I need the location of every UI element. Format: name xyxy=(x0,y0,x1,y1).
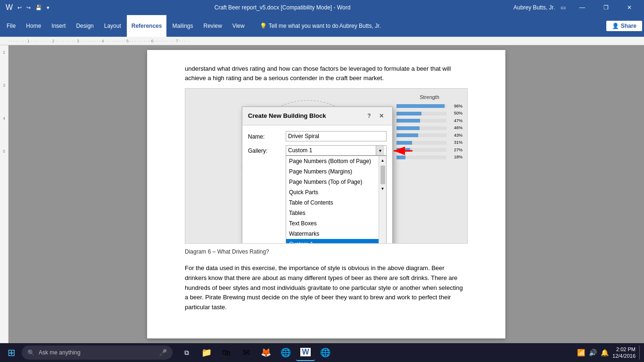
scroll-thumb[interactable] xyxy=(380,165,385,184)
dropdown-item-5[interactable]: Tables xyxy=(286,208,379,218)
firefox-button[interactable]: 🦊 xyxy=(256,344,275,361)
gallery-select[interactable]: Custom 1 ▾ xyxy=(286,145,387,156)
tab-insert[interactable]: Insert xyxy=(47,15,70,37)
strength-row-3: 47% xyxy=(396,118,462,124)
tab-references[interactable]: References xyxy=(127,15,167,37)
scrollbar-track: ▲ ▼ xyxy=(379,156,386,244)
dropdown-item-6[interactable]: Text Boxes xyxy=(286,218,379,229)
taskbar: ⊞ 🔍 Ask me anything 🎤 ⧉ 📁 🛍 ✉ 🦊 🌐 W 🌐 xyxy=(0,343,644,362)
gallery-value: Custom 1 xyxy=(288,146,312,155)
close-button[interactable]: ✕ xyxy=(619,0,640,15)
autosave-button[interactable]: 💾 xyxy=(33,4,44,12)
restore-down-icon[interactable]: ▭ xyxy=(561,4,566,11)
chrome-icon: 🌐 xyxy=(281,347,291,358)
dialog-help-button[interactable]: ? xyxy=(364,111,374,121)
dropdown-item-7[interactable]: Watermarks xyxy=(286,229,379,239)
show-desktop-button[interactable] xyxy=(639,346,642,360)
mail-button[interactable]: ✉ xyxy=(237,344,256,361)
scroll-up-arrow[interactable]: ▲ xyxy=(380,157,386,165)
diagram-caption: Diagram 6 – What Drives Rating? xyxy=(185,247,468,256)
name-label: Name: xyxy=(248,131,286,141)
maximize-button[interactable]: ❐ xyxy=(595,0,617,15)
tab-design[interactable]: Design xyxy=(71,15,98,37)
name-row: Name: xyxy=(248,131,387,141)
search-icon: 🔍 xyxy=(27,349,35,356)
document-title: Craft Beer report_v5.docx [Compatibility… xyxy=(51,4,513,11)
gallery-dropdown-list: Page Numbers (Bottom of Page) Page Numbe… xyxy=(286,156,387,244)
tab-mailings[interactable]: Mailings xyxy=(167,15,198,37)
gallery-dropdown-arrow[interactable]: ▾ xyxy=(376,146,384,155)
tab-view[interactable]: View xyxy=(228,15,249,37)
tab-home[interactable]: Home xyxy=(21,15,46,37)
taskbar-search[interactable]: 🔍 Ask me anything 🎤 xyxy=(22,346,173,360)
title-bar-left: W ↩ ↪ 💾 ▾ xyxy=(4,2,51,13)
document-area: understand what drives rating and how ca… xyxy=(8,45,644,343)
strength-row-1: 96% xyxy=(396,103,462,110)
store-icon: 🛍 xyxy=(222,348,231,358)
clock-date: 12/4/2016 xyxy=(612,353,636,359)
start-button[interactable]: ⊞ xyxy=(2,344,21,361)
ruler: · · · · · · · · 1 · · · · · · · · · 2 · … xyxy=(0,37,644,45)
share-label: Share xyxy=(621,23,636,29)
network-icon[interactable]: 📶 xyxy=(577,349,585,356)
taskbar-right: 📶 🔊 🔔 2:02 PM 12/4/2016 xyxy=(577,346,642,360)
dropdown-item-4[interactable]: Table of Contents xyxy=(286,197,379,208)
microphone-icon[interactable]: 🎤 xyxy=(159,349,167,356)
document-page: understand what drives rating and how ca… xyxy=(147,50,505,338)
store-button[interactable]: 🛍 xyxy=(217,344,236,361)
dropdown-item-0[interactable]: Page Numbers (Bottom of Page) xyxy=(286,156,379,166)
create-building-block-dialog: Create New Building Block ? ✕ Name: xyxy=(242,107,393,244)
redo-button[interactable]: ↪ xyxy=(25,4,33,12)
tell-me-button[interactable]: 💡 Tell me what you want to do xyxy=(260,23,339,29)
explorer-button[interactable]: 📁 xyxy=(197,344,216,361)
undo-button[interactable]: ↩ xyxy=(16,4,24,12)
word-app-icon: W xyxy=(300,348,310,356)
dialog-close-button[interactable]: ✕ xyxy=(376,111,387,121)
customize-button[interactable]: ▾ xyxy=(45,4,51,12)
diagram-container: Strength 96% 50% 47% xyxy=(185,88,468,244)
taskview-button[interactable]: ⧉ xyxy=(177,344,196,361)
mail-icon: ✉ xyxy=(243,347,250,358)
name-input[interactable] xyxy=(286,131,387,141)
strength-row-5: 43% xyxy=(396,132,462,139)
strength-title: Strength xyxy=(396,93,462,101)
user-name: Aubrey Butts, Jr. xyxy=(513,4,555,11)
taskbar-clock[interactable]: 2:02 PM 12/4/2016 xyxy=(612,346,636,360)
window-controls: — ❐ ✕ xyxy=(571,0,640,15)
share-button[interactable]: 👤 Share xyxy=(606,21,642,31)
dialog-body: Name: Gallery: Custom 1 ▾ xyxy=(242,125,392,244)
tab-layout[interactable]: Layout xyxy=(99,15,126,37)
dialog-title: Create New Building Block xyxy=(248,111,326,121)
scroll-down-arrow[interactable]: ▼ xyxy=(380,185,386,193)
dropdown-item-2[interactable]: Page Numbers (Top of Page) xyxy=(286,177,379,187)
dropdown-scrollbar: Page Numbers (Bottom of Page) Page Numbe… xyxy=(286,156,386,244)
title-bar-right: Aubrey Butts, Jr. ▭ — ❐ ✕ xyxy=(513,0,640,15)
title-bar: W ↩ ↪ 💾 ▾ Craft Beer report_v5.docx [Com… xyxy=(0,0,644,15)
windows-logo-icon: ⊞ xyxy=(8,347,16,358)
dropdown-item-8[interactable]: Custom 1 xyxy=(286,239,379,244)
strength-row-4: 46% xyxy=(396,125,462,132)
body-text: For the data used in this exercise, the … xyxy=(185,263,468,313)
gallery-label: Gallery: xyxy=(248,145,286,155)
share-icon: 👤 xyxy=(612,23,619,29)
quick-access-toolbar: W ↩ ↪ 💾 ▾ xyxy=(4,2,51,13)
red-arrow-annotation xyxy=(389,145,417,156)
notification-icon[interactable]: 🔔 xyxy=(601,349,609,356)
ribbon: File Home Insert Design Layout Reference… xyxy=(0,15,644,37)
word-button[interactable]: W xyxy=(296,344,315,361)
search-placeholder: Ask me anything xyxy=(39,349,81,356)
dropdown-items: Page Numbers (Bottom of Page) Page Numbe… xyxy=(286,156,379,244)
tell-me-text: Tell me what you want to do xyxy=(269,23,339,29)
vertical-ruler: 2 3 4 5 xyxy=(0,45,8,343)
tab-file[interactable]: File xyxy=(2,15,20,37)
tab-review[interactable]: Review xyxy=(199,15,227,37)
edge-button[interactable]: 🌐 xyxy=(316,344,335,361)
clock-time: 2:02 PM xyxy=(612,346,636,353)
chrome-button[interactable]: 🌐 xyxy=(276,344,295,361)
dropdown-item-3[interactable]: Quick Parts xyxy=(286,187,379,197)
minimize-button[interactable]: — xyxy=(571,0,593,15)
dropdown-item-1[interactable]: Page Numbers (Margins) xyxy=(286,166,379,177)
volume-icon[interactable]: 🔊 xyxy=(589,349,597,356)
category-label: Category: xyxy=(248,243,286,244)
main-area: 2 3 4 5 understand what drives rating an… xyxy=(0,45,644,343)
